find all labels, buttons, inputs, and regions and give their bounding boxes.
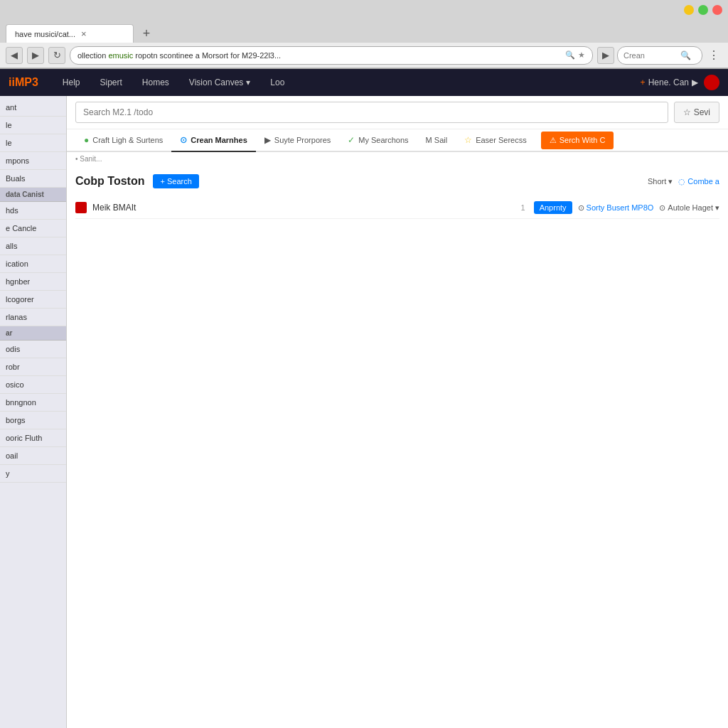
nav-sipert[interactable]: Sipert (90, 69, 132, 96)
tab-craft-label: Craft Ligh & Surtens (92, 136, 163, 144)
app-logo: iiMP3 (9, 76, 38, 89)
nav-user-chevron: ▶ (692, 77, 698, 87)
minimize-btn[interactable] (684, 5, 694, 15)
sidebar-item-lcogorer[interactable]: lcogorer (0, 291, 66, 309)
dropdown-chevron-icon: ▾ (246, 77, 250, 87)
browser-menu-btn[interactable]: ⋮ (705, 47, 722, 64)
sidebar-item-le2[interactable]: le (0, 134, 66, 152)
track-action-autole[interactable]: ⊙ Autole Haget ▾ (659, 203, 719, 213)
sidebar-item-ant[interactable]: ant (0, 99, 66, 117)
search-with-label: Serch With C (560, 136, 606, 144)
maximize-btn[interactable] (698, 5, 708, 15)
table-row: Meik BMAIt 1 Anprnty ⊙ Sorty Busert MP8O… (75, 197, 719, 219)
track-icon (75, 202, 87, 213)
track-action-anprnty[interactable]: Anprnty (534, 201, 572, 214)
browser-search-input[interactable] (623, 51, 680, 60)
tab-msail-label: M Sail (426, 136, 448, 144)
search-with-btn[interactable]: ⚠ Serch With C (541, 132, 614, 149)
sort-btn[interactable]: Short ▾ (648, 177, 673, 186)
address-text: ollection emusic ropotn scontinee a Mors… (77, 51, 562, 60)
tab-suyte-icon: ▶ (264, 135, 271, 145)
sidebar-item-alls[interactable]: alls (0, 237, 66, 255)
browser-search-submit[interactable]: 🔍 (680, 50, 691, 60)
save-button[interactable]: ☆ Sevi (674, 102, 719, 123)
sidebar-section-ar[interactable]: ar (0, 326, 66, 341)
tab-title: have musici/cat... (15, 30, 75, 38)
sidebar-item-bnngnon[interactable]: bnngnon (0, 394, 66, 412)
sidebar-item-y[interactable]: y (0, 465, 66, 483)
back-btn[interactable]: ◀ (6, 47, 23, 64)
tab-crean-icon: ⊙ (180, 135, 187, 145)
sidebar-item-ooric[interactable]: ooric Fluth (0, 429, 66, 447)
sidebar-item-le1[interactable]: le (0, 117, 66, 134)
address-bar[interactable]: ollection emusic ropotn scontinee a Mors… (70, 46, 593, 65)
search-input[interactable] (75, 102, 668, 123)
save-label: Sevi (694, 107, 710, 117)
tab-my-icon: ✓ (348, 135, 355, 145)
nav-homes[interactable]: Homes (132, 69, 179, 96)
sidebar: ant le le mpons Buals data Canist hds e … (0, 96, 67, 728)
sidebar-item-robr[interactable]: robr (0, 358, 66, 376)
close-btn[interactable] (712, 5, 722, 15)
warning-icon: ⚠ (550, 136, 557, 145)
tab-close-icon[interactable]: × (81, 28, 87, 39)
new-tab-btn[interactable]: + (136, 24, 156, 43)
forward-btn[interactable]: ▶ (27, 47, 44, 64)
track-name: Meik BMAIt (92, 203, 521, 213)
address-search-icon[interactable]: 🔍 (565, 50, 575, 60)
nav-user-btn[interactable]: + Hene. Can ▶ (641, 77, 698, 87)
sidebar-item-rlanas[interactable]: rlanas (0, 309, 66, 326)
add-search-btn[interactable]: + Search (153, 174, 198, 188)
content-title: Cobp Toston (75, 175, 144, 188)
save-icon: ☆ (683, 107, 691, 117)
nav-right: + Hene. Can ▶ (641, 75, 719, 90)
tab-subtitle: • Sanit... (67, 152, 728, 166)
nav-vision[interactable]: Vision Canves ▾ (179, 69, 261, 96)
sidebar-section-data[interactable]: data Canist (0, 188, 66, 202)
nav-plus-icon: + (641, 77, 646, 87)
refresh-btn[interactable]: ↻ (48, 47, 65, 64)
main-content: ☆ Sevi ● Craft Ligh & Surtens ⊙ Crean Ma… (67, 96, 728, 728)
tab-easer[interactable]: ☆ Easer Serecss (456, 129, 535, 152)
tab-crean-label: Crean Marnhes (191, 136, 247, 144)
sidebar-item-buals[interactable]: Buals (0, 170, 66, 188)
browser-tab[interactable]: have musici/cat... × (6, 24, 134, 43)
browser-search-box[interactable]: 🔍 (617, 46, 702, 65)
tab-craft-icon: ● (84, 135, 89, 145)
search-bar-container: ☆ Sevi (67, 96, 728, 129)
sidebar-item-hds[interactable]: hds (0, 202, 66, 220)
sidebar-item-oail[interactable]: oail (0, 447, 66, 465)
tab-my-label: My Searchons (358, 136, 408, 144)
sidebar-item-hgnber[interactable]: hgnber (0, 273, 66, 291)
nav-user-label: Hene. Can (648, 77, 689, 87)
sidebar-item-borgs[interactable]: borgs (0, 412, 66, 429)
tab-suyte[interactable]: ▶ Suyte Prorpores (256, 129, 339, 152)
logo-text: iMP3 (11, 76, 38, 88)
nav-loo[interactable]: Loo (260, 69, 294, 96)
tab-easer-icon: ☆ (464, 135, 472, 145)
tab-crean[interactable]: ⊙ Crean Marnhes (171, 129, 255, 152)
tab-msail[interactable]: M Sail (417, 130, 456, 151)
tab-easer-label: Easer Serecss (476, 136, 527, 144)
bookmark-icon[interactable]: ★ (578, 50, 585, 60)
nav-help[interactable]: Help (53, 69, 90, 96)
combine-link[interactable]: ◌ Combe a (678, 177, 719, 186)
back-icon[interactable]: ▶ (597, 47, 614, 64)
tab-my[interactable]: ✓ My Searchons (339, 129, 417, 152)
autole-icon: ⊙ (659, 203, 665, 213)
tab-craft[interactable]: ● Craft Ligh & Surtens (75, 129, 171, 152)
track-action-sorty[interactable]: ⊙ Sorty Busert MP8O (578, 203, 654, 213)
sorty-icon: ⊙ (578, 203, 584, 213)
sidebar-item-cancle[interactable]: e Cancle (0, 220, 66, 237)
nav-avatar[interactable] (704, 75, 719, 90)
sidebar-item-osico[interactable]: osico (0, 376, 66, 394)
content-header: Cobp Toston + Search Short ▾ ◌ Combe a (75, 174, 719, 188)
sidebar-item-ication[interactable]: ication (0, 255, 66, 273)
track-num: 1 (521, 203, 525, 212)
nav-items: Help Sipert Homes Vision Canves ▾ Loo (53, 69, 641, 96)
app-navbar: iiMP3 Help Sipert Homes Vision Canves ▾ … (0, 69, 728, 96)
sidebar-item-mpons[interactable]: mpons (0, 152, 66, 170)
content-actions: Short ▾ ◌ Combe a (648, 177, 719, 186)
app-body: ant le le mpons Buals data Canist hds e … (0, 96, 728, 728)
sidebar-item-odis[interactable]: odis (0, 341, 66, 358)
